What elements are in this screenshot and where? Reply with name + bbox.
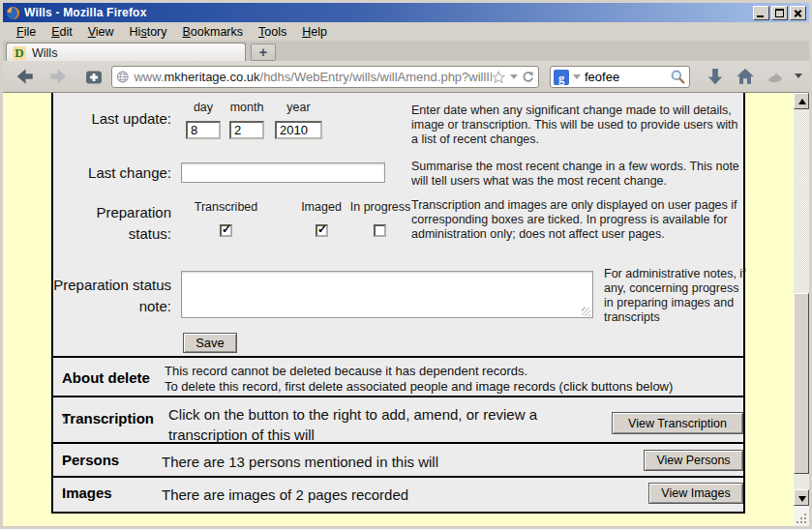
new-tab-button[interactable]: +: [251, 44, 276, 61]
last-update-label: Last update:: [53, 110, 171, 127]
titlebar[interactable]: Wills - Mozilla Firefox: [3, 3, 809, 22]
window-title: Wills - Mozilla Firefox: [24, 6, 753, 19]
inactive-addon-icon[interactable]: [766, 66, 785, 87]
section-divider: [53, 356, 743, 358]
menu-help[interactable]: Help: [294, 23, 335, 41]
imaged-checkbox[interactable]: [316, 224, 328, 237]
preparation-status-note-textarea[interactable]: [181, 271, 593, 318]
tab-bar: D Wills +: [3, 41, 809, 61]
reload-icon[interactable]: [522, 70, 534, 84]
site-favicon: D: [13, 46, 26, 60]
about-delete-line1: This record cannot be deleted because it…: [165, 364, 736, 378]
forward-button-icon[interactable]: [47, 66, 69, 87]
view-images-button[interactable]: View Images: [648, 483, 743, 504]
save-button[interactable]: Save: [183, 333, 237, 353]
preparation-status-note-help: For administrative notes, if any, concer…: [604, 267, 746, 325]
month-input[interactable]: [229, 121, 264, 139]
last-change-help: Summarise the most recent change in a fe…: [411, 160, 744, 189]
textarea-resize-grip[interactable]: [582, 308, 590, 316]
url-bar[interactable]: www.mkheritage.co.uk/hdhs/WebEntry/wills…: [111, 66, 539, 88]
window-resize-grip[interactable]: [794, 506, 809, 526]
close-button[interactable]: [790, 6, 806, 20]
url-dropdown-icon[interactable]: [510, 74, 518, 79]
persons-text: There are 13 persons mentioned in this w…: [162, 452, 626, 472]
scrollbar-thumb[interactable]: [794, 293, 809, 474]
menu-file[interactable]: File: [9, 23, 44, 41]
in-progress-checkbox[interactable]: [374, 224, 386, 237]
toolbar-overflow-chevron-icon[interactable]: [795, 73, 802, 78]
transcribed-label: Transcribed: [185, 200, 267, 214]
transcribed-checkbox[interactable]: [220, 224, 232, 237]
search-go-icon[interactable]: [670, 69, 686, 85]
about-delete-heading: About delete: [62, 369, 150, 386]
section-divider: [53, 476, 743, 478]
year-input[interactable]: [275, 121, 322, 139]
scroll-up-icon: [798, 99, 806, 104]
view-persons-button[interactable]: View Persons: [644, 450, 743, 471]
bookmark-star-icon[interactable]: [492, 70, 505, 85]
firefox-icon: [6, 6, 20, 20]
section-divider: [53, 442, 743, 444]
will-form-panel: Last update: day month year Enter date w…: [51, 93, 745, 514]
minimize-button[interactable]: [753, 6, 769, 20]
transcription-text: Click on the button to the right to add,…: [168, 404, 599, 445]
search-input[interactable]: [585, 70, 670, 84]
downloads-icon[interactable]: [705, 66, 726, 87]
scroll-down-icon: [798, 496, 806, 502]
preparation-status-label: Preparation status:: [53, 202, 171, 245]
in-progress-label: In progress: [344, 200, 417, 214]
menu-bookmarks[interactable]: Bookmarks: [175, 23, 252, 41]
search-bar[interactable]: g: [550, 66, 690, 88]
browser-window: Wills - Mozilla Firefox File Edit View H…: [0, 0, 812, 529]
month-label: month: [226, 101, 268, 114]
page-viewport: Last update: day month year Enter date w…: [3, 93, 809, 526]
menu-history[interactable]: History: [122, 23, 175, 41]
view-transcription-button[interactable]: View Transcription: [612, 412, 743, 434]
globe-icon: [116, 70, 129, 84]
imaged-label: Imaged: [292, 200, 350, 214]
svg-text:g: g: [558, 71, 565, 84]
year-label: year: [275, 101, 322, 114]
scroll-down-button[interactable]: [794, 489, 809, 506]
add-page-icon[interactable]: [84, 66, 104, 87]
minimize-icon: [757, 15, 764, 17]
last-change-input[interactable]: [181, 162, 385, 183]
preparation-status-help: Transcription and images are only displa…: [411, 198, 746, 242]
tab-label: Wills: [32, 46, 57, 60]
navigation-toolbar: www.mkheritage.co.uk/hdhs/WebEntry/wills…: [3, 61, 809, 93]
home-icon[interactable]: [735, 66, 756, 87]
day-label: day: [186, 101, 221, 114]
vertical-scrollbar[interactable]: [794, 93, 809, 526]
about-delete-line2: To delete this record, first delete asso…: [165, 379, 736, 394]
google-engine-icon[interactable]: g: [554, 70, 569, 85]
back-button-icon[interactable]: [15, 66, 36, 87]
menu-bar: File Edit View History Bookmarks Tools H…: [3, 22, 809, 41]
images-text: There are images of 2 pages recorded: [162, 485, 626, 505]
preparation-status-note-label: Preparation status note:: [53, 275, 171, 317]
section-divider: [53, 396, 743, 397]
scroll-up-button[interactable]: [794, 93, 809, 109]
last-change-label: Last change:: [53, 164, 171, 181]
day-input[interactable]: [186, 121, 221, 139]
maximize-button[interactable]: [771, 6, 788, 20]
search-engine-dropdown-icon[interactable]: [573, 74, 581, 79]
maximize-icon: [775, 9, 784, 17]
menu-tools[interactable]: Tools: [251, 23, 294, 41]
last-update-help: Enter date when any significant change m…: [411, 103, 744, 147]
menu-view[interactable]: View: [80, 23, 122, 41]
tab-wills[interactable]: D Wills: [6, 43, 246, 62]
menu-edit[interactable]: Edit: [44, 23, 80, 41]
url-input[interactable]: www.mkheritage.co.uk/hdhs/WebEntry/wills…: [134, 70, 492, 84]
